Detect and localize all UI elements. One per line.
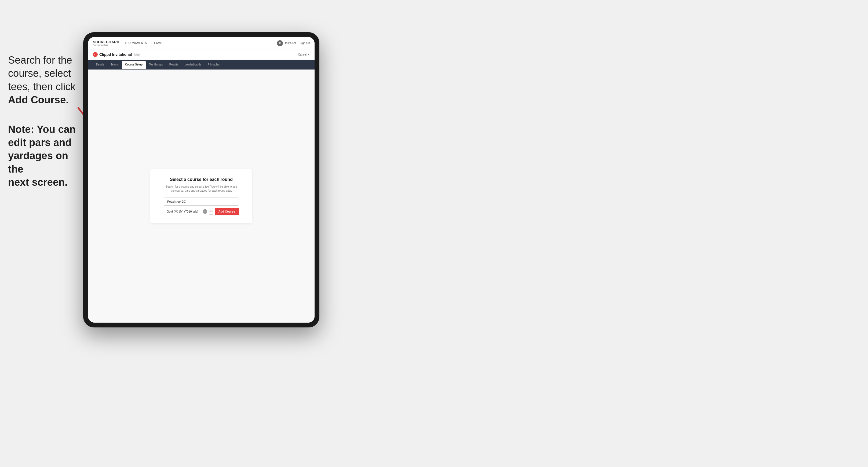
cancel-label: Cancel: [298, 53, 307, 56]
tab-details[interactable]: Details: [93, 61, 107, 69]
tee-select[interactable]: Gold (M) (M) (7010 yds): [164, 208, 201, 215]
tee-controls: ▲ ▼: [209, 208, 213, 215]
clear-tee-button[interactable]: ✕: [203, 209, 207, 214]
tee-down-button[interactable]: ▼: [209, 212, 213, 215]
brand-sub: Powered by clippd: [93, 44, 119, 46]
note-line4: next screen.: [8, 177, 68, 188]
tab-printables[interactable]: Printables: [205, 61, 223, 69]
annotation-bold: Add Course.: [8, 94, 69, 105]
tab-leaderboards[interactable]: Leaderboards: [181, 61, 205, 69]
left-annotation: Search for the course, select tees, then…: [8, 54, 83, 189]
tournament-title-group: C Clippd Invitational (Men): [93, 52, 141, 57]
top-navbar: SCOREBOARD Powered by clippd TOURNAMENTS…: [88, 37, 315, 50]
course-search-input[interactable]: [164, 197, 239, 206]
user-label: Test User: [284, 41, 296, 44]
tournament-icon: C: [93, 52, 98, 57]
card-title: Select a course for each round: [170, 177, 233, 182]
tee-up-button[interactable]: ▲: [209, 208, 213, 211]
course-card: Select a course for each round Search fo…: [150, 169, 252, 223]
nav-left: SCOREBOARD Powered by clippd TOURNAMENTS…: [93, 40, 162, 46]
nav-teams[interactable]: TEAMS: [152, 41, 162, 44]
annotation-line2: course, select: [8, 68, 71, 79]
nav-tournaments[interactable]: TOURNAMENTS: [125, 41, 147, 44]
annotation-line3: tees, then click: [8, 81, 75, 92]
nav-right: R Test User | Sign out: [277, 40, 310, 46]
tournament-gender: (Men): [133, 53, 141, 56]
cancel-button[interactable]: Cancel ✕: [298, 53, 310, 56]
pipe-divider: |: [298, 41, 299, 44]
note-line1: Note: You can: [8, 124, 76, 135]
tournament-name: Clippd Invitational: [99, 52, 132, 57]
card-description: Search for a course and select a tee. Yo…: [164, 185, 239, 193]
tournament-header: C Clippd Invitational (Men) Cancel ✕: [88, 50, 315, 60]
main-content: Select a course for each round Search fo…: [88, 69, 315, 322]
tab-course-setup[interactable]: Course Setup: [122, 61, 146, 69]
note-line3: yardages on the: [8, 150, 68, 175]
tab-teams[interactable]: Teams: [107, 61, 122, 69]
tablet-device: SCOREBOARD Powered by clippd TOURNAMENTS…: [83, 32, 319, 328]
note-line2: edit pars and: [8, 137, 72, 148]
brand: SCOREBOARD Powered by clippd: [93, 40, 119, 46]
tab-results[interactable]: Results: [166, 61, 181, 69]
cancel-icon: ✕: [308, 53, 310, 56]
annotation-line1: Search for the: [8, 55, 72, 66]
tab-bar: Details Teams Course Setup Tee Groups Re…: [88, 60, 315, 69]
brand-title: SCOREBOARD: [93, 40, 119, 44]
add-course-button[interactable]: Add Course: [215, 208, 239, 215]
sign-out-link[interactable]: Sign out: [300, 41, 310, 44]
user-avatar: R: [277, 40, 283, 46]
tab-tee-groups[interactable]: Tee Groups: [146, 61, 166, 69]
tee-select-row: Gold (M) (M) (7010 yds) ✕ ▲ ▼ Add Course: [164, 208, 239, 215]
tablet-screen: SCOREBOARD Powered by clippd TOURNAMENTS…: [88, 37, 315, 322]
